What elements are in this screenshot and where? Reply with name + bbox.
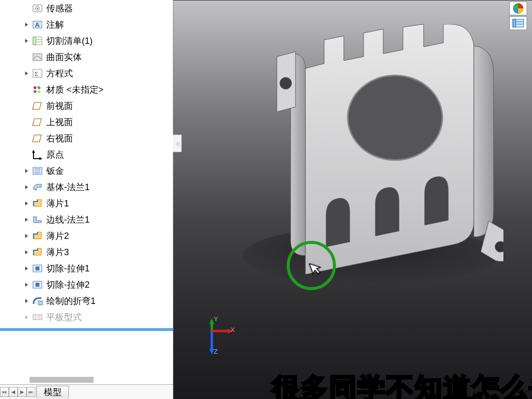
tree-item-tab-14[interactable]: 薄片2 [0, 228, 173, 244]
sensor-icon [32, 2, 43, 14]
tree-item-sheetmetal-10[interactable]: 钣金 [0, 163, 173, 179]
tree-item-origin-9[interactable]: 原点 [0, 146, 173, 163]
tree-item-annotation-1[interactable]: 注解 [0, 16, 173, 33]
sidebar-blank [0, 331, 173, 375]
tree-item-cutlist-2[interactable]: 切割清单(1) [0, 33, 173, 49]
baseflange-icon [32, 181, 43, 193]
chevron-right-icon [25, 282, 29, 287]
svg-point-9 [495, 241, 503, 252]
viewport-corner-buttons [509, 1, 527, 30]
expander-slot[interactable] [22, 185, 32, 190]
expander-slot[interactable] [22, 38, 32, 43]
sidebar-collapse-handle[interactable]: ◁ [173, 134, 182, 152]
annotation-icon [32, 19, 43, 31]
expander-slot[interactable] [22, 201, 32, 206]
feature-tree-panel: 传感器注解切割清单(1)曲面实体方程式材质 <未指定>前视面上视面右视面原点钣金… [0, 0, 173, 399]
plane-icon [32, 133, 43, 144]
chevron-right-icon [25, 266, 29, 271]
orientation-triad[interactable]: X Y Z [197, 318, 236, 358]
surface-icon [32, 51, 43, 63]
tree-item-plane-8[interactable]: 右视面 [0, 130, 173, 146]
tab-nav-next[interactable]: ▶ [18, 387, 27, 397]
display-pane-button[interactable] [509, 16, 527, 30]
sketchbend-icon [32, 295, 43, 307]
expander-slot[interactable] [22, 22, 32, 27]
chevron-right-icon [25, 201, 29, 206]
tree-item-plane-6[interactable]: 前视面 [0, 98, 173, 114]
chevron-right-icon [25, 22, 29, 27]
video-caption: 很多同学不知道怎么去调整 [272, 374, 532, 399]
expander-slot[interactable] [22, 282, 32, 287]
tab-icon [32, 246, 43, 258]
scroll-thumb[interactable] [30, 377, 94, 383]
tree-item-edgeflange-13[interactable]: 边线-法兰1 [0, 211, 173, 228]
tree-item-sensor-0[interactable]: 传感器 [0, 0, 173, 16]
expander-slot[interactable] [22, 266, 32, 271]
tree-item-baseflange-11[interactable]: 基体-法兰1 [0, 179, 173, 195]
cutextrude-icon [32, 263, 43, 274]
tree-item-label: 平板型式 [46, 311, 82, 323]
chevron-right-icon [25, 217, 29, 222]
appearance-button[interactable] [509, 1, 527, 15]
tree-item-label: 曲面实体 [46, 51, 82, 63]
app-root: 传感器注解切割清单(1)曲面实体方程式材质 <未指定>前视面上视面右视面原点钣金… [0, 0, 532, 399]
tab-nav-prev[interactable]: ◀ [9, 387, 18, 397]
triad-y: Y [214, 315, 218, 323]
tree-item-cutextrude-16[interactable]: 切除-拉伸1 [0, 260, 173, 276]
tree-item-label: 切除-拉伸1 [46, 263, 90, 274]
tab-icon [32, 198, 43, 209]
display-pane-icon [512, 18, 525, 28]
tree-item-label: 切除-拉伸2 [46, 279, 90, 291]
expander-slot[interactable] [22, 168, 32, 173]
expander-slot[interactable] [22, 315, 32, 320]
cutlist-icon [32, 35, 43, 47]
tree-item-label: 基体-法兰1 [46, 181, 90, 193]
tree-item-surface-3[interactable]: 曲面实体 [0, 49, 173, 65]
feature-tree[interactable]: 传感器注解切割清单(1)曲面实体方程式材质 <未指定>前视面上视面右视面原点钣金… [0, 0, 173, 328]
expander-slot[interactable] [22, 71, 32, 76]
cutextrude-icon [32, 279, 43, 291]
expander-slot[interactable] [22, 299, 32, 303]
appearance-icon [512, 3, 525, 14]
expander-slot[interactable] [22, 233, 32, 238]
graphics-viewport[interactable]: ◁ [173, 0, 532, 399]
tree-item-tab-15[interactable]: 薄片3 [0, 244, 173, 260]
tree-item-equation-4[interactable]: 方程式 [0, 65, 173, 81]
equation-icon [32, 67, 43, 79]
chevron-right-icon [25, 299, 29, 303]
svg-rect-4 [513, 19, 516, 27]
tree-item-cutextrude-17[interactable]: 切除-拉伸2 [0, 276, 173, 293]
tree-item-label: 上视面 [46, 116, 73, 128]
tree-item-material-5[interactable]: 材质 <未指定> [0, 81, 173, 98]
tree-item-label: 薄片1 [46, 198, 69, 209]
material-icon [32, 84, 43, 96]
edgeflange-icon [32, 214, 43, 226]
expander-slot[interactable] [22, 217, 32, 222]
chevron-right-icon [25, 185, 29, 190]
chevron-right-icon [25, 38, 29, 43]
triad-x: X [231, 326, 235, 333]
tree-item-plane-7[interactable]: 上视面 [0, 114, 173, 130]
flatpattern-icon [32, 311, 43, 323]
tab-model-label: 模型 [44, 386, 62, 398]
chevron-right-icon [25, 250, 29, 255]
tree-item-flatpattern-19[interactable]: 平板型式 [0, 309, 173, 325]
tab-nav-first[interactable]: ⏮ [0, 387, 9, 397]
expander-slot[interactable] [22, 250, 32, 255]
origin-icon [32, 149, 43, 161]
tab-model[interactable]: 模型 [36, 386, 69, 399]
chevron-right-icon [25, 71, 29, 76]
tree-item-label: 薄片3 [46, 246, 69, 258]
tab-nav-last[interactable]: ⏭ [27, 387, 35, 397]
triad-z: Z [214, 348, 218, 355]
sidebar-horizontal-scroll[interactable] [0, 375, 173, 384]
tree-item-label: 右视面 [46, 133, 73, 144]
tree-item-sketchbend-18[interactable]: 绘制的折弯1 [0, 293, 173, 309]
svg-point-6 [280, 77, 292, 89]
tree-item-tab-12[interactable]: 薄片1 [0, 195, 173, 211]
sheetmetal-icon [32, 165, 43, 177]
tree-item-label: 传感器 [46, 2, 73, 14]
tree-item-label: 钣金 [46, 165, 64, 177]
tree-item-label: 切割清单(1) [46, 35, 93, 47]
tree-item-label: 绘制的折弯1 [46, 295, 96, 307]
